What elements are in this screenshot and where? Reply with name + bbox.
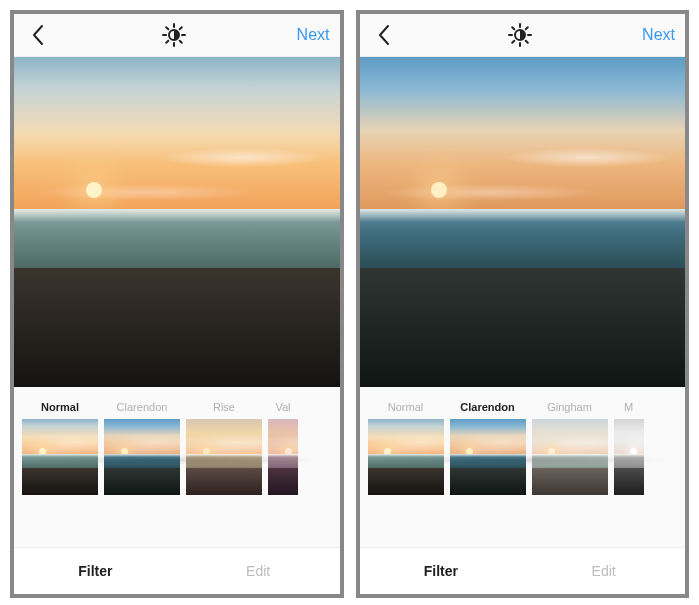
tab-filter[interactable]: Filter <box>360 548 523 594</box>
svg-line-5 <box>166 27 168 29</box>
next-button[interactable]: Next <box>642 26 675 44</box>
filter-thumbnail <box>614 419 644 495</box>
back-button[interactable] <box>24 21 52 49</box>
filter-option[interactable]: Normal <box>368 401 444 495</box>
filter-label: Normal <box>368 401 444 413</box>
filter-label: Clarendon <box>450 401 526 413</box>
svg-line-17 <box>525 27 527 29</box>
photo-editor-screen: Next Normal Clarendon Rise Val <box>10 10 344 598</box>
filter-label: Val <box>268 401 298 413</box>
next-button[interactable]: Next <box>297 26 330 44</box>
filter-option[interactable]: Gingham <box>532 401 608 495</box>
filter-thumbnail <box>104 419 180 495</box>
svg-line-15 <box>525 41 527 43</box>
filter-label: Normal <box>22 401 98 413</box>
bottom-tabs: Filter Edit <box>360 547 686 594</box>
svg-line-6 <box>180 41 182 43</box>
filter-strip[interactable]: Normal Clarendon Rise Val <box>14 387 340 547</box>
tab-edit[interactable]: Edit <box>177 548 340 594</box>
filter-option[interactable]: Val <box>268 401 298 495</box>
top-bar: Next <box>360 14 686 57</box>
svg-line-16 <box>512 41 514 43</box>
tab-filter[interactable]: Filter <box>14 548 177 594</box>
filter-option[interactable]: M <box>614 401 644 495</box>
filter-label: Rise <box>186 401 262 413</box>
chevron-left-icon <box>31 24 45 46</box>
filter-thumbnail <box>186 419 262 495</box>
bottom-tabs: Filter Edit <box>14 547 340 594</box>
top-bar: Next <box>14 14 340 57</box>
half-sun-icon <box>162 23 186 47</box>
filter-option[interactable]: Clarendon <box>104 401 180 495</box>
filter-thumbnail <box>450 419 526 495</box>
filter-option[interactable]: Normal <box>22 401 98 495</box>
filter-label: Clarendon <box>104 401 180 413</box>
filter-thumbnail <box>532 419 608 495</box>
chevron-left-icon <box>377 24 391 46</box>
filter-option[interactable]: Rise <box>186 401 262 495</box>
tab-edit[interactable]: Edit <box>522 548 685 594</box>
filter-thumbnail <box>22 419 98 495</box>
filter-thumbnail <box>268 419 298 495</box>
photo-editor-screen: Next Normal Clarendon Gingham M <box>356 10 690 598</box>
filter-label: M <box>614 401 644 413</box>
half-sun-icon <box>508 23 532 47</box>
lux-button[interactable] <box>506 21 534 49</box>
filter-thumbnail <box>368 419 444 495</box>
filter-strip[interactable]: Normal Clarendon Gingham M <box>360 387 686 547</box>
svg-line-8 <box>180 27 182 29</box>
filter-label: Gingham <box>532 401 608 413</box>
back-button[interactable] <box>370 21 398 49</box>
lux-button[interactable] <box>160 21 188 49</box>
svg-line-7 <box>166 41 168 43</box>
svg-line-14 <box>512 27 514 29</box>
photo-preview[interactable] <box>14 57 340 387</box>
filter-option[interactable]: Clarendon <box>450 401 526 495</box>
photo-preview[interactable] <box>360 57 686 387</box>
